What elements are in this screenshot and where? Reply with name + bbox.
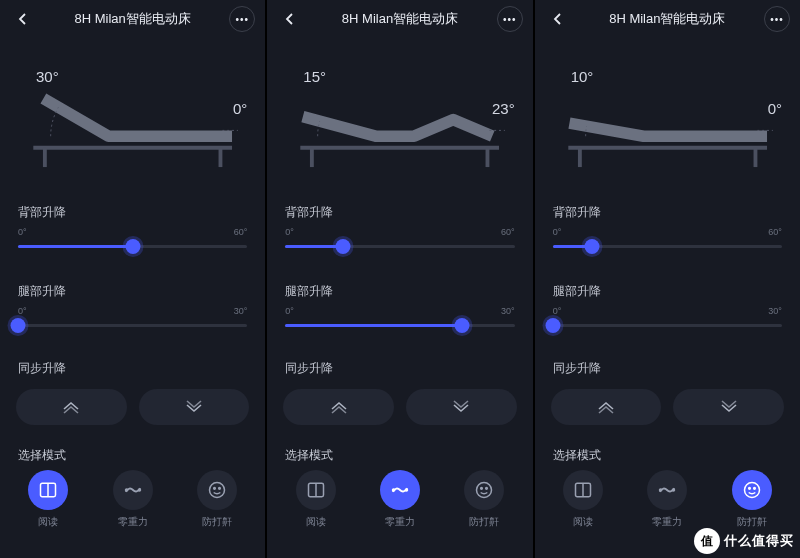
back-slider-max: 60° xyxy=(234,227,248,237)
slider-thumb[interactable] xyxy=(454,318,469,333)
screen-1: 8H Milan智能电动床 ••• 15° 23° 背部升降 0° 60° xyxy=(267,0,532,558)
sync-label: 同步升降 xyxy=(0,348,265,383)
back-slider[interactable]: 0° 60° xyxy=(553,231,782,263)
back-angle-label: 15° xyxy=(303,68,326,85)
more-button[interactable]: ••• xyxy=(764,6,790,32)
leg-angle-label: 0° xyxy=(233,100,247,117)
leg-slider-max: 30° xyxy=(234,306,248,316)
leg-slider[interactable]: 0° 30° xyxy=(285,310,514,342)
modes-heading: 选择模式 xyxy=(0,437,265,470)
leg-slider-label: 腿部升降 xyxy=(18,283,247,300)
back-slider-label: 背部升降 xyxy=(18,204,247,221)
leg-slider-min: 0° xyxy=(18,306,27,316)
mode-label: 防打鼾 xyxy=(737,515,767,529)
sync-up-button[interactable] xyxy=(16,389,127,425)
more-button[interactable]: ••• xyxy=(497,6,523,32)
screen-2: 8H Milan智能电动床 ••• 10° 0° 背部升降 0° 60° xyxy=(535,0,800,558)
mode-reading[interactable]: 阅读 xyxy=(28,470,68,529)
sync-down-button[interactable] xyxy=(139,389,250,425)
mode-label: 零重力 xyxy=(385,515,415,529)
page-title: 8H Milan智能电动床 xyxy=(75,10,191,28)
svg-point-18 xyxy=(405,489,407,491)
chevron-left-icon xyxy=(283,12,297,26)
leg-slider-label: 腿部升降 xyxy=(553,283,782,300)
header: 8H Milan智能电动床 ••• xyxy=(267,0,532,38)
back-button[interactable] xyxy=(10,6,36,32)
watermark-text: 什么值得买 xyxy=(724,532,794,550)
sync-up-button[interactable] xyxy=(551,389,662,425)
back-slider[interactable]: 0° 60° xyxy=(285,231,514,263)
mode-reading[interactable]: 阅读 xyxy=(296,470,336,529)
slider-track xyxy=(553,324,782,327)
leg-slider[interactable]: 0° 30° xyxy=(553,310,782,342)
sync-label: 同步升降 xyxy=(535,348,800,383)
zerog-icon xyxy=(647,470,687,510)
leg-slider-max: 30° xyxy=(501,306,515,316)
mode-label: 防打鼾 xyxy=(469,515,499,529)
svg-point-7 xyxy=(138,489,140,491)
leg-slider[interactable]: 0° 30° xyxy=(18,310,247,342)
slider-thumb[interactable] xyxy=(545,318,560,333)
modes-heading: 选择模式 xyxy=(535,437,800,470)
leg-slider-min: 0° xyxy=(285,306,294,316)
slider-fill xyxy=(285,245,342,248)
slider-fill xyxy=(285,324,462,327)
back-slider-label: 背部升降 xyxy=(285,204,514,221)
header: 8H Milan智能电动床 ••• xyxy=(535,0,800,38)
leg-slider-label: 腿部升降 xyxy=(285,283,514,300)
slider-thumb[interactable] xyxy=(11,318,26,333)
sync-down-button[interactable] xyxy=(406,389,517,425)
mode-antisnore[interactable]: 防打鼾 xyxy=(732,470,772,529)
slider-thumb[interactable] xyxy=(335,239,350,254)
more-button[interactable]: ••• xyxy=(229,6,255,32)
back-slider-section: 背部升降 0° 60° xyxy=(535,190,800,269)
back-slider[interactable]: 0° 60° xyxy=(18,231,247,263)
back-slider-max: 60° xyxy=(501,227,515,237)
leg-slider-section: 腿部升降 0° 30° xyxy=(0,269,265,348)
slider-fill xyxy=(18,245,133,248)
sync-label: 同步升降 xyxy=(267,348,532,383)
zerog-icon xyxy=(380,470,420,510)
chevron-left-icon xyxy=(16,12,30,26)
mode-label: 阅读 xyxy=(306,515,326,529)
antisnore-icon xyxy=(197,470,237,510)
back-button[interactable] xyxy=(545,6,571,32)
svg-point-31 xyxy=(748,488,750,490)
slider-thumb[interactable] xyxy=(584,239,599,254)
back-angle-label: 10° xyxy=(571,68,594,85)
bed-diagram: 15° 23° xyxy=(267,38,532,190)
reading-icon xyxy=(563,470,603,510)
antisnore-icon xyxy=(732,470,772,510)
modes-row: 阅读 零重力 防打鼾 xyxy=(0,470,265,535)
leg-angle-label: 23° xyxy=(492,100,515,117)
mode-zerog[interactable]: 零重力 xyxy=(113,470,153,529)
watermark: 值 什么值得买 xyxy=(694,528,794,554)
antisnore-icon xyxy=(464,470,504,510)
leg-slider-max: 30° xyxy=(768,306,782,316)
back-button[interactable] xyxy=(277,6,303,32)
svg-point-9 xyxy=(214,488,216,490)
reading-icon xyxy=(296,470,336,510)
screen-0: 8H Milan智能电动床 ••• 30° 0° 背部升降 0° 60° xyxy=(0,0,265,558)
mode-antisnore[interactable]: 防打鼾 xyxy=(464,470,504,529)
chevron-left-icon xyxy=(551,12,565,26)
slider-track xyxy=(18,324,247,327)
mode-reading[interactable]: 阅读 xyxy=(563,470,603,529)
svg-point-29 xyxy=(673,489,675,491)
svg-point-32 xyxy=(753,488,755,490)
sync-down-button[interactable] xyxy=(673,389,784,425)
page-title: 8H Milan智能电动床 xyxy=(342,10,458,28)
page-title: 8H Milan智能电动床 xyxy=(609,10,725,28)
sync-up-button[interactable] xyxy=(283,389,394,425)
sync-controls xyxy=(535,383,800,437)
back-slider-min: 0° xyxy=(553,227,562,237)
svg-point-17 xyxy=(393,489,395,491)
svg-point-8 xyxy=(210,483,225,498)
leg-slider-section: 腿部升降 0° 30° xyxy=(267,269,532,348)
mode-zerog[interactable]: 零重力 xyxy=(647,470,687,529)
mode-zerog[interactable]: 零重力 xyxy=(380,470,420,529)
more-icon: ••• xyxy=(770,14,784,25)
leg-angle-label: 0° xyxy=(768,100,782,117)
mode-antisnore[interactable]: 防打鼾 xyxy=(197,470,237,529)
slider-thumb[interactable] xyxy=(125,239,140,254)
